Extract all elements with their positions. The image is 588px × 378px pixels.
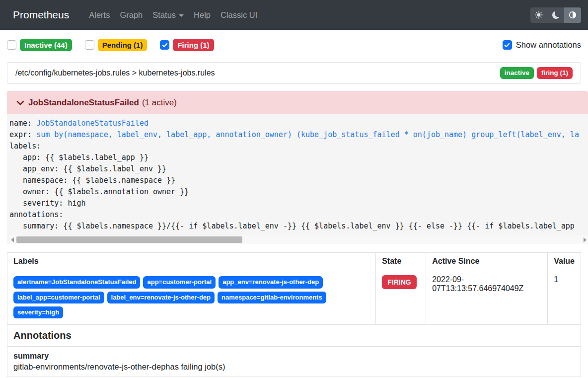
inactive-filter-checkbox[interactable] [7, 40, 16, 50]
labels-cell: alertname=JobStandaloneStatusFailed app=… [7, 270, 376, 325]
table-header-row: Labels State Active Since Value [7, 253, 581, 270]
rule-group-title: /etc/config/kubernetes-jobs.rules > kube… [15, 69, 215, 77]
nav-item-alerts[interactable]: Alerts [84, 6, 115, 24]
nav-links: Alerts Graph Status Help Classic UI [84, 6, 530, 24]
active-since-column-header: Active Since [426, 253, 548, 270]
table-row: alertname=JobStandaloneStatusFailed app=… [7, 270, 581, 325]
inactive-count-badge: inactive [500, 67, 534, 79]
pending-filter-badge[interactable]: Pending (1) [98, 39, 147, 51]
nav-item-status-label: Status [152, 10, 176, 19]
value-cell: 1 [548, 270, 581, 325]
firing-count-badge: firing (1) [537, 67, 573, 79]
alert-instances-table: Labels State Active Since Value alertnam… [7, 252, 581, 325]
sun-icon [535, 11, 543, 19]
alert-rule-definition: name: JobStandaloneStatusFailed expr: su… [7, 114, 588, 244]
yaml-key: name: [9, 119, 36, 128]
rule-line: annotations: [9, 209, 588, 221]
firing-filter: Firing (1) [160, 39, 214, 51]
rule-line: namespace: {{ $labels.namespace }} [9, 175, 588, 186]
nav-item-graph[interactable]: Graph [115, 6, 147, 24]
app-brand[interactable]: Prometheus [13, 9, 69, 21]
rule-line: app: {{ $labels.label_app }} [9, 152, 588, 163]
annotation-cell: summary gitlab-environments/renovate-js-… [7, 347, 581, 377]
inactive-filter-badge[interactable]: Inactive (44) [20, 39, 72, 51]
state-cell: FIRING [376, 270, 426, 325]
chevron-down-icon [179, 14, 184, 17]
label-badge: label_app=customer-portal [13, 292, 104, 303]
firing-filter-badge[interactable]: Firing (1) [173, 39, 214, 51]
dark-theme-button[interactable] [547, 7, 564, 23]
alert-name: JobStandaloneStatusFailed [28, 98, 139, 108]
moon-icon [552, 11, 560, 19]
auto-theme-button[interactable] [564, 7, 581, 23]
label-badge: severity=high [13, 306, 63, 318]
firing-filter-checkbox[interactable] [160, 40, 169, 50]
circle-half-icon [569, 11, 577, 19]
rule-group-badges: inactive firing (1) [500, 67, 573, 79]
alert-accordion: JobStandaloneStatusFailed (1 active) nam… [7, 91, 588, 244]
rule-line-name: name: JobStandaloneStatusFailed [9, 118, 588, 129]
scroll-right-icon[interactable] [584, 237, 587, 242]
annotations-title: Annotations [7, 325, 581, 347]
value-column-header: Value [548, 253, 581, 270]
scrollbar-thumb[interactable] [16, 236, 242, 243]
code-horizontal-scrollbar[interactable] [9, 235, 588, 244]
rule-expr-link[interactable]: sum by(namespace, label_env, label_app, … [36, 130, 579, 139]
firing-state-badge: FIRING [382, 275, 416, 289]
annotation-name: summary [13, 352, 575, 361]
nav-item-classic-ui[interactable]: Classic UI [216, 6, 262, 24]
annotation-row: summary gitlab-environments/renovate-js-… [7, 347, 581, 377]
annotations-table: Annotations summary gitlab-environments/… [7, 324, 581, 377]
scroll-left-icon[interactable] [11, 237, 14, 242]
show-annotations-label: Show annotations [516, 40, 581, 50]
check-icon [504, 42, 510, 48]
label-badge: app_env=renovate-js-other-dep [219, 276, 323, 288]
chevron-down-icon [16, 98, 25, 107]
theme-toggle-group [530, 7, 581, 23]
active-since-cell: 2022-09-07T13:13:57.646974049Z [426, 270, 548, 325]
annotation-value: gitlab-environments/renovate-js-other-de… [13, 362, 575, 372]
rule-line: labels: [9, 141, 588, 152]
show-annotations-toggle: Show annotations [503, 40, 581, 50]
rule-name-link[interactable]: JobStandaloneStatusFailed [36, 119, 148, 128]
nav-item-status[interactable]: Status [147, 6, 189, 24]
rule-line: app_env: {{ $labels.label_env }} [9, 163, 588, 175]
check-icon [162, 42, 168, 48]
state-column-header: State [376, 253, 426, 270]
yaml-key: expr: [9, 130, 36, 139]
rule-group-card: /etc/config/kubernetes-jobs.rules > kube… [7, 62, 581, 84]
label-badge: app=customer-portal [143, 276, 216, 288]
light-theme-button[interactable] [530, 7, 547, 23]
show-annotations-checkbox[interactable] [503, 40, 512, 50]
rule-line: severity: high [9, 198, 588, 209]
annotations-header-row: Annotations [7, 325, 581, 347]
alert-active-count: (1 active) [142, 98, 177, 108]
alerts-page: Inactive (44) Pending (1) Firing (1) Sho… [0, 39, 588, 377]
rule-line: summary: {{ $labels.namespace }}/{{- if … [9, 221, 588, 232]
nav-item-help[interactable]: Help [189, 6, 216, 24]
alert-accordion-header[interactable]: JobStandaloneStatusFailed (1 active) [7, 91, 588, 114]
label-badge: namespace=gitlab-environments [218, 292, 326, 303]
alert-state-filters: Inactive (44) Pending (1) Firing (1) Sho… [7, 39, 581, 51]
rule-line-expr: expr: sum by(namespace, label_env, label… [9, 129, 588, 141]
rule-line: owner: {{ $labels.annotation_owner }} [9, 186, 588, 198]
pending-filter-checkbox[interactable] [85, 40, 94, 50]
navbar: Prometheus Alerts Graph Status Help Clas… [0, 0, 588, 30]
pending-filter: Pending (1) [85, 39, 147, 51]
label-badge: label_env=renovate-js-other-dep [107, 292, 215, 303]
labels-column-header: Labels [7, 253, 376, 270]
label-badge: alertname=JobStandaloneStatusFailed [13, 276, 140, 288]
inactive-filter: Inactive (44) [7, 39, 72, 51]
